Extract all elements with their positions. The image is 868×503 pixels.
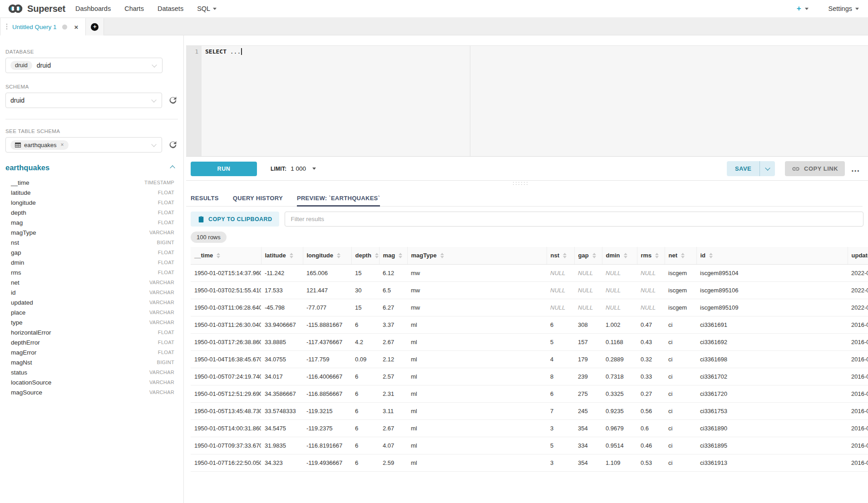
table-cell: NULL xyxy=(574,299,602,316)
table-cell: ci xyxy=(665,402,696,419)
table-row: 1950-01-02T15:14:37.960Z-11.242165.00615… xyxy=(191,264,868,281)
sort-icon[interactable] xyxy=(655,253,659,258)
query-tab-active[interactable]: Untitled Query 1 × xyxy=(0,18,86,35)
column-header-latitude[interactable]: latitude xyxy=(261,247,303,264)
nav-datasets[interactable]: Datasets xyxy=(158,5,183,12)
schema-select[interactable]: druid xyxy=(5,93,162,108)
column-header-magType[interactable]: magType xyxy=(407,247,547,264)
column-list-item: magNstBIGINT xyxy=(5,357,178,367)
table-row: 1950-01-05T07:24:19.740Z34.017-116.40066… xyxy=(191,368,868,385)
save-options-button[interactable] xyxy=(760,161,775,176)
sort-icon[interactable] xyxy=(399,253,402,258)
remove-table-icon[interactable]: × xyxy=(61,142,64,148)
sort-icon[interactable] xyxy=(217,253,220,258)
sort-icon[interactable] xyxy=(440,253,444,258)
column-header-label: gap xyxy=(578,252,589,259)
tab-query-history[interactable]: QUERY HISTORY xyxy=(233,190,283,206)
table-row: 1950-01-03T11:06:28.640Z-45.798-77.07715… xyxy=(191,299,868,316)
filter-results-input[interactable] xyxy=(285,212,863,227)
table-cell: ml xyxy=(407,437,547,454)
superset-logo[interactable]: Superset xyxy=(7,3,65,15)
sidebar-divider xyxy=(5,119,178,119)
save-button[interactable]: SAVE xyxy=(727,161,760,176)
drag-handle-icon[interactable] xyxy=(6,23,8,30)
table-cell: 0.33 xyxy=(637,368,665,385)
column-header-label: magType xyxy=(411,252,437,259)
chevron-down-icon xyxy=(151,142,156,147)
column-header-mag[interactable]: mag xyxy=(379,247,407,264)
table-cell: 0.53 xyxy=(637,454,665,471)
table-cell: 0.7318 xyxy=(602,368,637,385)
add-query-tab[interactable]: + xyxy=(86,18,104,35)
column-header-label: net xyxy=(669,252,678,259)
copy-to-clipboard-button[interactable]: COPY TO CLIPBOARD xyxy=(191,212,279,227)
column-list-item: nstBIGINT xyxy=(5,237,178,247)
settings-menu[interactable]: Settings xyxy=(829,5,859,12)
close-icon[interactable]: × xyxy=(74,23,79,31)
nav-sql-menu[interactable]: SQL xyxy=(197,5,217,12)
table-cell: NULL xyxy=(637,299,665,316)
sort-icon[interactable] xyxy=(624,253,627,258)
table-select[interactable]: earthquakes × xyxy=(5,137,162,153)
table-cell: 0.56 xyxy=(637,402,665,419)
limit-dropdown[interactable]: LIMIT: 1 000 xyxy=(271,165,316,172)
column-header-nst[interactable]: nst xyxy=(547,247,574,264)
column-header-longitude[interactable]: longitude xyxy=(303,247,351,264)
table-cell: 3 xyxy=(547,419,574,437)
table-name-heading[interactable]: earthquakes xyxy=(5,163,49,172)
nav-dashboards[interactable]: Dashboards xyxy=(75,5,111,12)
column-header-rms[interactable]: rms xyxy=(637,247,665,264)
refresh-schema-button[interactable] xyxy=(168,95,178,105)
clipboard-icon xyxy=(198,216,204,223)
tab-preview-earthquakes[interactable]: PREVIEW: `EARTHQUAKES` xyxy=(297,190,380,206)
sort-icon[interactable] xyxy=(563,253,567,258)
database-select[interactable]: druid druid xyxy=(5,58,163,73)
column-header-net[interactable]: net xyxy=(665,247,696,264)
table-cell: 1950-01-02T15:14:37.960Z xyxy=(191,264,261,281)
table-schema-label: SEE TABLE SCHEMA xyxy=(5,128,178,134)
new-item-button[interactable]: + xyxy=(797,4,801,13)
table-cell: 245 xyxy=(574,402,602,419)
column-type: VARCHAR xyxy=(149,230,174,235)
limit-label: LIMIT: xyxy=(271,166,286,172)
chevron-down-icon[interactable] xyxy=(805,8,809,10)
collapse-table-icon[interactable] xyxy=(170,165,175,170)
pane-resize-handle[interactable] xyxy=(512,181,528,185)
run-button[interactable]: RUN xyxy=(191,162,257,176)
editor-code[interactable]: SELECT ... xyxy=(202,46,868,156)
column-type: BIGINT xyxy=(157,240,174,245)
column-header-id[interactable]: id xyxy=(696,247,848,264)
table-cell: 6 xyxy=(351,402,379,419)
sort-icon[interactable] xyxy=(592,253,596,258)
table-cell: 239 xyxy=(574,368,602,385)
more-options-button[interactable]: ... xyxy=(851,167,860,171)
table-cell: 1950-01-03T11:26:30.040Z xyxy=(191,316,261,333)
column-header-dmin[interactable]: dmin xyxy=(602,247,637,264)
refresh-tables-button[interactable] xyxy=(168,140,178,150)
table-cell: ml xyxy=(407,316,547,333)
column-list-item: dminFLOAT xyxy=(5,257,178,267)
row-count-badge: 100 rows xyxy=(191,232,227,243)
column-header-__time[interactable]: __time xyxy=(191,247,261,264)
sort-icon[interactable] xyxy=(709,253,713,258)
sort-icon[interactable] xyxy=(290,253,293,258)
table-cell: 6 xyxy=(547,316,574,333)
results-tabbar: RESULTS QUERY HISTORY PREVIEW: `EARTHQUA… xyxy=(186,190,863,207)
column-header-label: depth xyxy=(355,252,371,259)
column-header-updated[interactable]: updated xyxy=(848,247,868,264)
column-header-gap[interactable]: gap xyxy=(574,247,602,264)
nav-charts[interactable]: Charts xyxy=(124,5,144,12)
tab-results[interactable]: RESULTS xyxy=(191,190,219,206)
sort-icon[interactable] xyxy=(681,253,685,258)
table-cell: 6 xyxy=(351,385,379,402)
column-list-item: magSourceVARCHAR xyxy=(5,387,178,397)
sql-editor[interactable]: 1 SELECT ... xyxy=(186,45,868,157)
table-cell: 0.6 xyxy=(637,419,665,437)
sort-icon[interactable] xyxy=(375,253,379,258)
column-header-label: __time xyxy=(194,252,213,259)
sort-icon[interactable] xyxy=(337,253,340,258)
column-header-label: id xyxy=(700,252,706,259)
copy-link-button[interactable]: COPY LINK xyxy=(785,161,845,176)
column-header-depth[interactable]: depth xyxy=(351,247,379,264)
column-name: mag xyxy=(11,219,23,226)
